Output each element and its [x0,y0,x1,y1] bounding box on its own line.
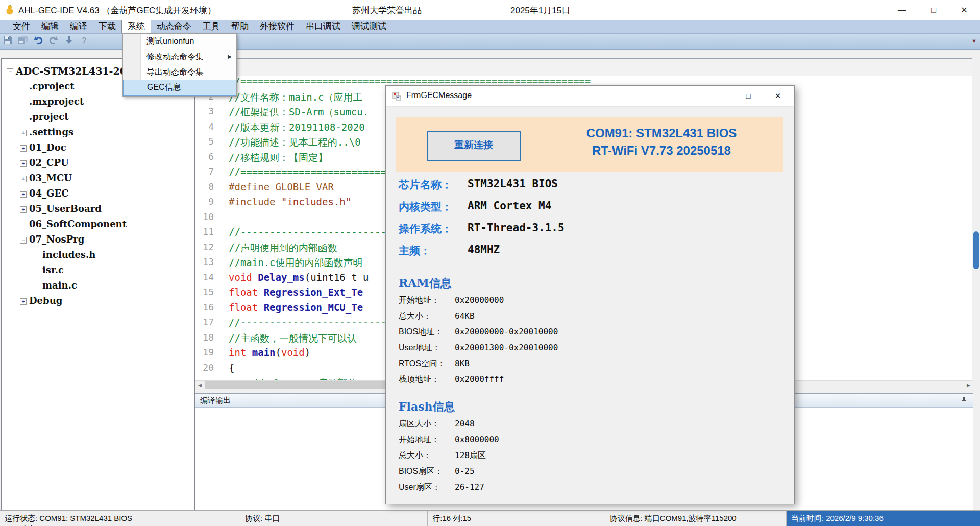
code-token: void [229,272,258,283]
expand-icon[interactable]: + [20,298,27,305]
menu-item-外接软件[interactable]: 外接软件 [254,20,300,33]
tree-item-label: 03_MCU [29,173,72,183]
line-number: 14 [195,272,219,287]
close-button[interactable]: ✕ [949,0,979,20]
menu-item-下载[interactable]: 下载 [93,20,121,33]
pin-icon[interactable] [960,396,968,406]
memory-value: 0x2000ffff [455,374,504,384]
tree-item-label: isr.c [42,265,64,275]
memory-label: 总大小： [399,450,431,461]
line-number: 12 [195,242,219,257]
line-number: 19 [195,347,219,362]
dialog-close-button[interactable]: ✕ [764,86,792,106]
system-menu-item-GEC信息[interactable]: GEC信息 [123,80,236,96]
expand-icon[interactable]: + [20,145,27,152]
status-text: 行:16 列:15 [428,511,604,523]
system-menu-item-测试unionfun[interactable]: 测试unionfun [123,34,236,49]
memory-label: 扇区大小： [399,419,439,429]
menu-item-文件[interactable]: 文件 [7,20,36,33]
line-number: 8 [195,181,219,197]
toolbar-overflow-icon[interactable]: ▼ [971,38,977,44]
code-token: float [229,286,264,298]
info-value: ARM Cortex M4 [468,200,551,212]
code-token: //main.c使用的内部函数声明 [229,257,363,268]
code-token: //主函数，一般情况下可以认 [229,332,357,344]
section-heading: Flash信息 [399,399,455,415]
scroll-right-icon[interactable]: ▶ [964,381,973,390]
maximize-button[interactable]: □ [919,0,948,20]
tree-item-label: Debug [29,295,62,306]
save-all-icon[interactable] [17,35,29,47]
save-icon[interactable] [2,35,14,47]
code-token: ( [276,347,281,358]
tree-item-label: .mxproject [29,96,84,107]
dialog-maximize-button[interactable]: □ [734,86,763,106]
menu-item-帮助[interactable]: 帮助 [226,20,254,33]
memory-value: 0-25 [455,466,475,476]
status-text: 当前时间: 2026/2/9 9:30:36 [787,511,980,523]
menu-item-系统[interactable]: 系统 [121,20,151,33]
tree-guide-line [23,308,23,350]
system-menu-item-修改动态命令集[interactable]: 修改动态命令集▶ [123,49,236,64]
expand-icon[interactable]: + [20,191,27,198]
dialog-minimize-button[interactable]: — [702,86,731,106]
title-bar: AHL-GEC-IDE V4.63 （金葫芦GEC集成开发环境） 苏州大学荣誉出… [0,0,980,20]
line-number: 16 [195,302,219,317]
app-logo-icon [4,4,15,15]
window-publisher: 苏州大学荣誉出品 [352,5,422,16]
code-token: "includes.h" [281,196,351,207]
menu-bar: 文件编辑编译下载系统动态命令工具帮助外接软件串口调试调试测试 [0,20,980,34]
code-token: void [281,347,305,358]
undo-icon[interactable] [32,35,44,47]
memory-row: BIOS扇区：0-25 [386,466,794,480]
expand-icon[interactable]: + [20,130,27,136]
collapse-icon[interactable]: − [7,68,13,75]
system-menu-item-导出动态命令集[interactable]: 导出动态命令集 [123,64,236,80]
memory-label: BIOS扇区： [399,466,443,477]
memory-row: 栈顶地址：0x2000ffff [386,374,794,388]
memory-value: 0x8000000 [455,435,499,444]
code-token: //声明使用到的内部函数 [229,242,337,253]
reconnect-button[interactable]: 重新连接 [427,131,521,161]
system-dropdown-menu: 测试unionfun修改动态命令集▶导出动态命令集GEC信息 [122,33,237,97]
scroll-left-icon[interactable]: ◀ [195,381,204,390]
code-token: //移植规则：【固定】 [229,152,328,163]
window-title: AHL-GEC-IDE V4.63 （金葫芦GEC集成开发环境） [18,5,216,16]
info-label: 主频： [399,244,431,258]
expand-icon[interactable]: + [20,176,27,182]
tree-guide-line [10,135,10,363]
menu-item-编译[interactable]: 编译 [64,20,93,33]
line-number: 9 [195,196,219,211]
toolbar-icons: ? [0,34,92,43]
vertical-scroll-thumb[interactable] [973,231,979,269]
line-number: 11 [195,226,219,242]
connection-info: COM91: STM32L431 BIOS RT-WiFi V7.73 2025… [549,125,774,159]
vertical-scrollbar[interactable] [972,58,980,389]
menu-item-工具[interactable]: 工具 [197,20,226,33]
menu-item-编辑[interactable]: 编辑 [36,20,64,33]
dialog-info-row: 操作系统：RT-Thread-3.1.5 [386,222,794,238]
dialog-info-row: 内核类型：ARM Cortex M4 [386,200,794,216]
code-token: { [229,362,234,373]
expand-icon[interactable]: + [20,206,27,213]
tree-item-label: .settings [29,127,74,137]
status-text: 运行状态: COM91: STM32L431 BIOS [0,511,240,523]
menu-item-调试测试[interactable]: 调试测试 [346,20,392,33]
expand-icon[interactable]: + [20,160,27,167]
help-icon[interactable]: ? [78,35,90,47]
download-icon[interactable] [63,35,75,47]
line-number: 3 [195,106,219,121]
menu-item-动态命令[interactable]: 动态命令 [151,20,197,33]
line-number: 4 [195,121,219,136]
minimize-button[interactable]: — [887,0,917,20]
status-segment-1: 协议: 串口 [240,511,428,526]
memory-value: 128扇区 [455,450,486,461]
editor-header-strip [195,59,973,76]
tree-item-label: includes.h [42,249,95,260]
memory-label: 栈顶地址： [399,374,439,385]
memory-value: 2048 [455,419,475,428]
memory-value: 0x20001300-0x20010000 [455,343,558,352]
collapse-icon[interactable]: − [20,237,27,244]
menu-item-串口调试[interactable]: 串口调试 [300,20,346,33]
redo-icon[interactable] [47,35,60,47]
